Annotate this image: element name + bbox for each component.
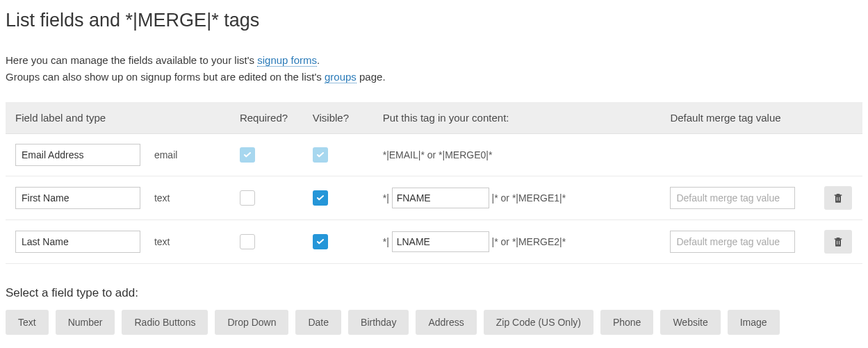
header-default: Default merge tag value bbox=[660, 102, 814, 134]
required-checkbox[interactable] bbox=[240, 190, 255, 206]
field-label-input[interactable] bbox=[15, 144, 140, 166]
field-type-text-button[interactable]: Text bbox=[6, 310, 49, 335]
intro-text: Here you can manage the fields available… bbox=[6, 52, 862, 85]
intro-line2b: page. bbox=[357, 71, 386, 83]
field-type-label: text bbox=[154, 236, 170, 247]
visible-checkbox[interactable] bbox=[313, 190, 328, 206]
trash-icon bbox=[833, 235, 844, 248]
default-value-input[interactable] bbox=[670, 187, 795, 209]
header-tag: Put this tag in your content: bbox=[373, 102, 661, 134]
merge-prefix: *| bbox=[383, 192, 389, 204]
header-field-label: Field label and type bbox=[6, 102, 230, 134]
field-type-zipcode-button[interactable]: Zip Code (US Only) bbox=[484, 310, 593, 335]
field-type-label: email bbox=[154, 149, 177, 160]
merge-tag-text: *|EMAIL|* or *|MERGE0|* bbox=[383, 149, 493, 160]
fields-table: Field label and type Required? Visible? … bbox=[6, 102, 862, 264]
intro-line1a: Here you can manage the fields available… bbox=[6, 54, 257, 66]
check-icon bbox=[316, 150, 325, 160]
field-type-birthday-button[interactable]: Birthday bbox=[348, 310, 409, 335]
required-checkbox[interactable] bbox=[240, 234, 255, 249]
page-title: List fields and *|MERGE|* tags bbox=[6, 10, 862, 31]
field-type-dropdown-button[interactable]: Drop Down bbox=[215, 310, 288, 335]
merge-suffix: |* or *|MERGE1|* bbox=[492, 192, 566, 204]
field-type-phone-button[interactable]: Phone bbox=[600, 310, 653, 335]
check-icon bbox=[316, 237, 325, 247]
header-actions bbox=[814, 102, 862, 134]
field-type-address-button[interactable]: Address bbox=[416, 310, 476, 335]
merge-tag-input[interactable] bbox=[392, 188, 489, 208]
header-visible: Visible? bbox=[303, 102, 373, 134]
delete-button[interactable] bbox=[824, 186, 852, 210]
merge-prefix: *| bbox=[383, 236, 389, 247]
visible-checkbox bbox=[313, 147, 328, 163]
check-icon bbox=[316, 193, 325, 203]
default-value-input[interactable] bbox=[670, 231, 795, 253]
field-type-radio-button[interactable]: Radio Buttons bbox=[122, 310, 208, 335]
required-checkbox bbox=[240, 147, 255, 163]
field-label-input[interactable] bbox=[15, 187, 140, 209]
add-field-section-title: Select a field type to add: bbox=[6, 286, 862, 300]
field-type-label: text bbox=[154, 192, 170, 204]
table-row: text *| |* or *|MERGE2|* bbox=[6, 220, 862, 264]
trash-icon bbox=[833, 192, 844, 204]
field-type-date-button[interactable]: Date bbox=[295, 310, 341, 335]
table-row: text *| |* or *|MERGE1|* bbox=[6, 176, 862, 220]
field-type-number-button[interactable]: Number bbox=[56, 310, 115, 335]
delete-button[interactable] bbox=[824, 230, 852, 254]
header-required: Required? bbox=[230, 102, 303, 134]
field-type-website-button[interactable]: Website bbox=[660, 310, 720, 335]
visible-checkbox[interactable] bbox=[313, 234, 328, 249]
merge-tag-input[interactable] bbox=[392, 231, 489, 252]
intro-line1b: . bbox=[317, 54, 320, 66]
groups-link[interactable]: groups bbox=[325, 71, 357, 83]
table-row: email *|EMAIL|* or *|MERGE0|* bbox=[6, 134, 862, 176]
field-type-image-button[interactable]: Image bbox=[728, 310, 780, 335]
check-icon bbox=[243, 150, 252, 160]
field-type-buttons: Text Number Radio Buttons Drop Down Date… bbox=[6, 310, 862, 335]
signup-forms-link[interactable]: signup forms bbox=[257, 54, 317, 67]
intro-line2a: Groups can also show up on signup forms … bbox=[6, 71, 325, 83]
merge-suffix: |* or *|MERGE2|* bbox=[492, 236, 566, 247]
field-label-input[interactable] bbox=[15, 231, 140, 253]
